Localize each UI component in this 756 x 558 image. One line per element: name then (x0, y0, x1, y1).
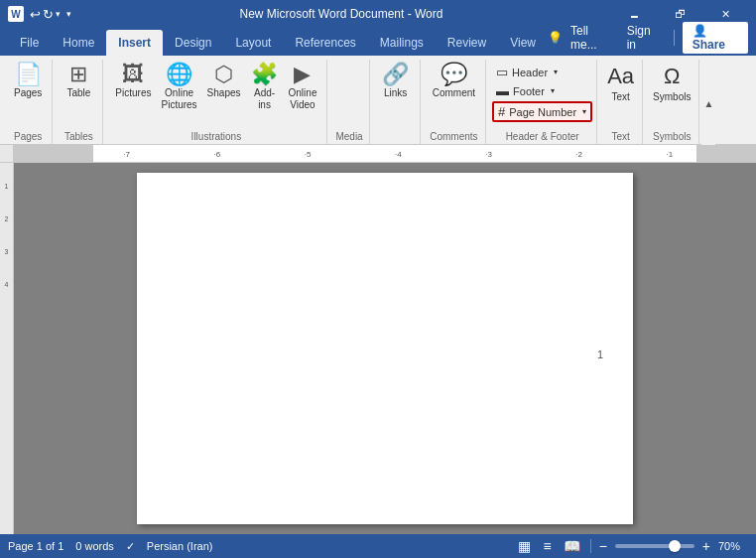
header-dropdown-icon: ▾ (554, 68, 558, 76)
tab-file[interactable]: File (8, 30, 51, 56)
quick-access-dropdown[interactable]: ▾ (56, 9, 61, 19)
tab-references[interactable]: References (283, 30, 367, 56)
online-video-icon: ▶ (294, 64, 311, 85)
tab-design[interactable]: Design (163, 30, 223, 56)
zoom-slider[interactable] (615, 544, 694, 548)
language[interactable]: Persian (Iran) (147, 540, 213, 552)
zoom-slider-thumb[interactable] (669, 540, 681, 552)
print-layout-btn[interactable]: ▦ (516, 538, 533, 554)
symbols-btn[interactable]: Ω Symbols (649, 62, 694, 104)
status-bar: Page 1 of 1 0 words ✓ Persian (Iran) ▦ ≡… (0, 534, 756, 558)
ruler-gray-right (696, 145, 756, 162)
tab-home[interactable]: Home (51, 30, 106, 56)
zoom-plus-btn[interactable]: + (702, 538, 710, 554)
word-count: 0 words (75, 540, 114, 552)
links-label: Links (384, 87, 407, 99)
comment-btn[interactable]: 💬 Comment (429, 62, 479, 101)
header-label: Header (512, 67, 548, 78)
pictures-btn[interactable]: 🖼 Pictures (111, 62, 155, 101)
ribbon-group-header-footer: ▭ Header ▾ ▬ Footer ▾ # Page Number ▾ He… (488, 60, 597, 144)
online-pictures-btn[interactable]: 🌐 OnlinePictures (157, 62, 200, 113)
status-bar-right: ▦ ≡ 📖 − + 70% (516, 538, 748, 554)
ribbon-tabs-bar: File Home Insert Design Layout Reference… (0, 28, 756, 56)
text-group-label: Text (603, 131, 638, 144)
tab-review[interactable]: Review (436, 30, 498, 56)
page-number-btn[interactable]: # Page Number ▾ (492, 101, 592, 122)
tables-group-label: Tables (61, 131, 96, 144)
pictures-icon: 🖼 (122, 64, 144, 85)
shapes-label: Shapes (207, 87, 241, 99)
footer-btn[interactable]: ▬ Footer ▾ (492, 82, 592, 99)
ribbon-group-tables: ⊞ Table Tables (55, 60, 103, 144)
online-video-label: OnlineVideo (289, 87, 317, 111)
hf-items: ▭ Header ▾ ▬ Footer ▾ # Page Number ▾ (492, 62, 592, 130)
tab-view[interactable]: View (498, 30, 548, 56)
add-ins-btn[interactable]: 🧩 Add-ins (247, 62, 283, 113)
ribbon-group-symbols: Ω Symbols Symbols (645, 60, 699, 144)
online-video-btn[interactable]: ▶ OnlineVideo (285, 62, 321, 113)
tell-me-icon[interactable]: 💡 (548, 31, 563, 45)
ruler-gray-left (14, 145, 93, 162)
undo-redo-group: ↩ ↻ ▾ ▾ (30, 7, 71, 22)
pages-btn[interactable]: 📄 Pages (10, 62, 46, 101)
tell-me-text[interactable]: Tell me... (570, 24, 611, 52)
proofing-icon[interactable]: ✓ (126, 540, 135, 553)
redo-btn[interactable]: ↻ (43, 7, 54, 22)
links-btn[interactable]: 🔗 Links (378, 62, 414, 101)
page-number-label: Page Number (509, 106, 576, 118)
zoom-level[interactable]: 70% (718, 540, 748, 552)
web-layout-btn[interactable]: ≡ (541, 538, 553, 554)
horizontal-ruler: ·7 ·6 ·5 ·4 ·3 ·2 ·1 (0, 145, 756, 163)
tab-mailings[interactable]: Mailings (368, 30, 436, 56)
ruler-mark-7: ·7 (123, 150, 130, 159)
title-bar-title: New Microsoft Word Document - Word (71, 7, 611, 21)
vruler-2: 2 (5, 215, 9, 222)
vertical-ruler: 1 2 3 4 (0, 163, 14, 534)
pictures-label: Pictures (115, 87, 151, 99)
text-icon: Aa (607, 64, 634, 89)
ribbon-collapse-btn[interactable]: ▲ (701, 60, 715, 147)
footer-dropdown-icon: ▾ (551, 86, 555, 95)
table-label: Table (66, 87, 90, 99)
symbols-group-content: Ω Symbols (649, 62, 694, 104)
undo-btn[interactable]: ↩ (30, 7, 41, 22)
ruler-track: ·7 ·6 ·5 ·4 ·3 ·2 ·1 (14, 145, 756, 162)
share-icon: 👤 (693, 24, 707, 38)
shapes-btn[interactable]: ⬡ Shapes (203, 62, 245, 101)
add-ins-icon: 🧩 (251, 64, 278, 85)
ribbon-group-text: Aa Text Text (599, 60, 643, 144)
vruler-4: 4 (5, 281, 9, 288)
document-area[interactable]: 1 (14, 163, 756, 534)
ribbon-content: 📄 Pages Pages ⊞ Table Tables 🖼 Pictures … (0, 56, 756, 145)
page-number-dropdown-icon: ▾ (582, 107, 586, 116)
table-btn[interactable]: ⊞ Table (61, 62, 96, 101)
ribbon-group-comments: 💬 Comment Comments (423, 60, 486, 144)
zoom-minus-btn[interactable]: − (599, 538, 607, 554)
title-bar-left: W ↩ ↻ ▾ ▾ (8, 6, 71, 22)
ribbon-group-pages: 📄 Pages Pages (4, 60, 53, 144)
tab-insert[interactable]: Insert (106, 30, 163, 56)
vruler-1: 1 (5, 183, 9, 190)
document-page[interactable]: 1 (137, 173, 633, 524)
share-btn[interactable]: 👤 Share (683, 22, 748, 54)
page-number-icon: # (498, 104, 505, 119)
symbols-group-label: Symbols (649, 131, 694, 144)
ruler-mark-5: ·5 (305, 150, 312, 159)
sign-in-btn[interactable]: Sign in (619, 22, 666, 54)
tab-layout[interactable]: Layout (223, 30, 283, 56)
illustrations-group-label: Illustrations (111, 131, 320, 144)
ribbon-group-links: 🔗 Links (372, 60, 421, 144)
pages-group-label: Pages (10, 131, 46, 144)
footer-icon: ▬ (496, 83, 509, 98)
hf-group-label: Header & Footer (492, 131, 592, 144)
comments-group-content: 💬 Comment (429, 62, 479, 131)
divider (674, 30, 675, 46)
read-mode-btn[interactable]: 📖 (562, 538, 582, 554)
text-btn[interactable]: Aa Text (603, 62, 638, 104)
header-btn[interactable]: ▭ Header ▾ (492, 64, 592, 80)
text-group-content: Aa Text (603, 62, 638, 104)
table-icon: ⊞ (69, 64, 87, 85)
footer-label: Footer (513, 85, 545, 97)
ruler-mark-4: ·4 (395, 150, 402, 159)
links-group-label (378, 142, 414, 144)
